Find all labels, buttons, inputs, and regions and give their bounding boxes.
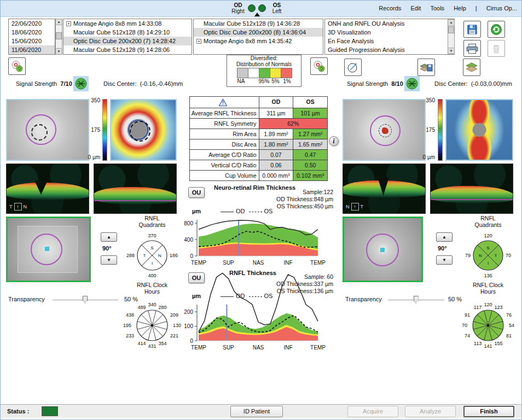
od-value-cell: 311 µm [259, 108, 294, 118]
refresh-button[interactable] [488, 21, 505, 38]
os-scale-mid: 175 [422, 127, 435, 133]
analysis-item[interactable]: En Face Analysis [325, 37, 454, 45]
analysis-scrollbar[interactable]: ▲ ▼ [448, 19, 455, 54]
scroll-down-icon[interactable]: ▼ [448, 48, 454, 54]
exam-date-item[interactable]: 15/06/2020 [9, 37, 55, 45]
exam-date-item[interactable]: 11/06/2020 [9, 45, 55, 54]
os-scale-max: 350 [422, 97, 435, 103]
os-scan-item[interactable]: +Optic Disc Cube 200x200 (8) 14:36:04 [194, 28, 323, 37]
rnfl-thickness-chart[interactable]: 0100200TEMPSUPNASINFTEMP [181, 298, 334, 353]
od-transparency-slider[interactable] [53, 296, 118, 304]
os-scan-item[interactable]: +Montage Angio 8x8 mm 14:35:42 [194, 37, 323, 45]
svg-text:N: N [479, 253, 482, 258]
save-button[interactable] [463, 21, 481, 38]
os-signal-button[interactable] [404, 76, 420, 91]
od-thickness-map[interactable] [110, 99, 177, 161]
od-value-cell: 0.07 [259, 150, 294, 160]
ou-toggle-button-rnfl[interactable]: OU [188, 272, 205, 283]
menu-help[interactable]: Help [454, 5, 466, 11]
center-marker [45, 247, 49, 251]
scan-label: Macular Cube 512x128 (9) 14:36:28 [204, 19, 300, 28]
analysis-item[interactable]: ONH and RNFL OU Analysis [325, 19, 454, 28]
row-label: Rim Area [190, 129, 259, 139]
menu-edit[interactable]: Edit [410, 5, 421, 11]
os-vertical-bscan[interactable] [430, 164, 513, 214]
os-thickness-map[interactable] [445, 99, 513, 161]
od-scan-item[interactable]: +Optic Disc Cube 200x200 (7) 14:28:42 [63, 37, 192, 45]
floppy-icon [466, 24, 478, 36]
os-indicator-label: OSLeft [270, 2, 284, 14]
od-scan-item[interactable]: +Macular Cube 512x128 (9) 14:28:06 [63, 45, 192, 54]
rim-thickness-chart[interactable]: 0400800TEMPSUPNASINFTEMP [181, 213, 334, 268]
svg-text:340: 340 [148, 302, 156, 307]
od-registration-button[interactable] [8, 57, 26, 75]
layers-button[interactable] [463, 59, 480, 76]
od-clock-title: RNFL ClockHours [119, 282, 185, 295]
od-scan-item[interactable]: +Montage Angio 8x8 mm 14:33:08 [63, 19, 192, 28]
exam-date-list[interactable]: 22/06/202018/06/202015/06/202011/06/2020 [8, 19, 55, 55]
os-enface-image[interactable] [343, 217, 423, 282]
menu-tools[interactable]: Tools [430, 5, 444, 11]
svg-text:70: 70 [506, 253, 511, 258]
os-transparency-slider[interactable] [388, 296, 444, 304]
od-rotate-up-button[interactable]: ▲ [101, 232, 117, 242]
os-scan-item[interactable]: +Macular Cube 512x128 (9) 14:36:28 [194, 19, 323, 28]
flip-icon[interactable]: ↑ [351, 203, 359, 211]
slider-handle[interactable] [83, 296, 88, 304]
flip-icon[interactable]: ↑ [14, 203, 22, 211]
rnfl-od-thickness: OD Thickness:337 µm [237, 281, 333, 287]
print-button[interactable] [463, 40, 481, 57]
scroll-down-icon[interactable]: ▼ [56, 48, 62, 54]
od-quadrants-title: RNFLQuadrants [119, 215, 185, 228]
scrollbar-thumb[interactable] [448, 26, 454, 33]
legend-labels: NA95%5%1% [227, 78, 301, 84]
menu-records[interactable]: Records [379, 5, 401, 11]
od-rotate-down-button[interactable]: ▼ [101, 255, 117, 265]
os-registration-button[interactable] [310, 57, 328, 75]
exam-date-item[interactable]: 18/06/2020 [9, 28, 55, 37]
save-enface-button[interactable] [417, 59, 435, 76]
signal-icon [74, 77, 88, 90]
svg-text:136: 136 [484, 273, 492, 278]
scroll-up-icon[interactable]: ▲ [448, 20, 454, 26]
os-rotate-down-button[interactable]: ▼ [436, 255, 453, 265]
od-horizontal-bscan[interactable]: T ↑ N [6, 164, 89, 214]
od-scan-item[interactable]: +Macular Cube 512x128 (8) 14:29:10 [63, 28, 192, 37]
od-scan-list[interactable]: +Montage Angio 8x8 mm 14:33:08+Macular C… [63, 19, 192, 55]
disc-boundary-button[interactable] [344, 59, 362, 76]
od-fundus-image[interactable] [6, 99, 89, 161]
finish-button[interactable]: Finish [463, 406, 514, 417]
svg-text:120: 120 [484, 302, 492, 307]
ou-toggle-button-rim[interactable]: OU [188, 187, 205, 198]
od-vertical-bscan[interactable] [94, 164, 177, 214]
od-signal-strength-label: Signal Strength 7/10 [16, 80, 72, 87]
eye-selector-arrow-icon[interactable] [254, 13, 260, 16]
exam-date-scrollbar[interactable]: ▲ ▼ [55, 19, 62, 55]
os-fundus-image[interactable] [343, 99, 426, 161]
analysis-item[interactable]: 3D Visualization [325, 28, 454, 37]
svg-text:414: 414 [137, 341, 146, 346]
scroll-up-icon[interactable]: ▲ [56, 19, 62, 25]
table-row: RNFL Symmetry62% [190, 118, 327, 129]
exam-date-item[interactable]: 22/06/2020 [9, 19, 55, 28]
status-label: Status : [7, 408, 29, 415]
analysis-item[interactable]: Guided Progression Analysis [325, 45, 454, 54]
analysis-list[interactable]: ONH and RNFL OU Analysis3D Visualization… [324, 19, 455, 55]
od-signal-button[interactable] [73, 76, 89, 91]
expand-icon[interactable]: + [196, 39, 201, 44]
info-icon[interactable]: i [329, 136, 339, 146]
os-scan-list[interactable]: +Macular Cube 512x128 (9) 14:36:28+Optic… [193, 19, 323, 55]
merged-value-cell: 62% [259, 119, 328, 129]
os-signal-strength-value: 8/10 [391, 80, 403, 87]
slider-handle[interactable] [414, 296, 419, 304]
os-transparency-label: Transparency [345, 296, 382, 302]
os-horizontal-bscan[interactable]: N ↑ T [343, 164, 426, 214]
id-patient-button[interactable]: ID Patient [230, 406, 283, 417]
scrollbar-thumb[interactable] [56, 32, 62, 39]
svg-text:I: I [152, 261, 153, 266]
expand-icon[interactable]: + [66, 21, 71, 26]
os-rotate-up-button[interactable]: ▲ [436, 232, 453, 242]
scan-label: Optic Disc Cube 200x200 (8) 14:36:04 [204, 28, 306, 37]
menu-cirrus[interactable]: Cirrus Op... [486, 5, 517, 11]
od-enface-image[interactable] [6, 217, 91, 282]
